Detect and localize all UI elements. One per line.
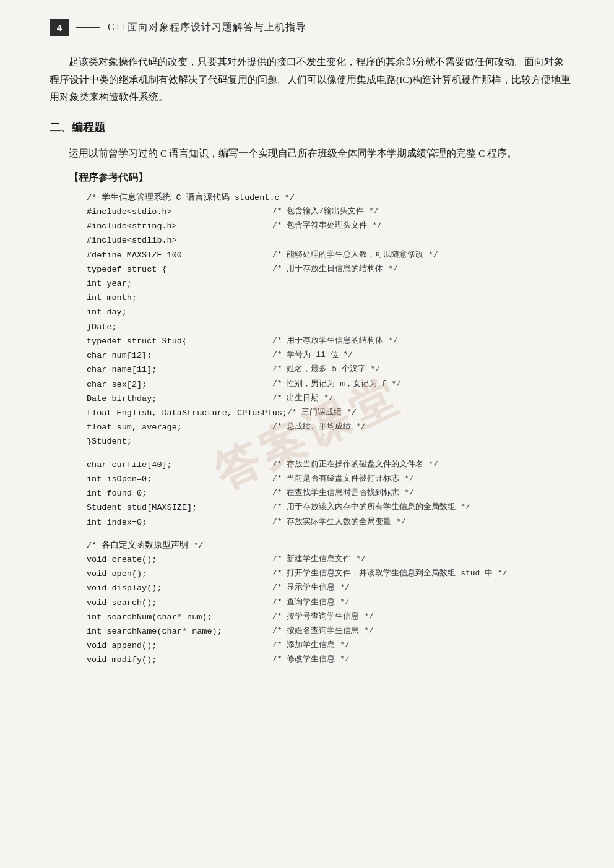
code-line: char sex[2];/* 性别，男记为 m，女记为 f */ (87, 377, 558, 392)
code-comment: /* 包含输入/输出头文件 */ (272, 205, 379, 218)
code-left: #include<string.h> (87, 219, 272, 233)
code-left: int searchName(char* name); (87, 624, 272, 638)
code-line: typedef struct {/* 用于存放生日信息的结构体 */ (87, 262, 558, 277)
code-left: #include<stdio.h> (87, 205, 272, 219)
code-line: void create();/* 新建学生信息文件 */ (87, 552, 558, 567)
section-heading: 二、编程题 (50, 120, 571, 135)
code-line: int searchNum(char* num);/* 按学号查询学生信息 */ (87, 610, 558, 624)
code-empty-line (87, 530, 558, 538)
code-line: }Student; (87, 434, 558, 449)
code-comment: /* 三门课成绩 */ (287, 406, 357, 419)
code-line: int isOpen=0;/* 当前是否有磁盘文件被打开标志 */ (87, 472, 558, 486)
code-left: Date birthday; (87, 392, 272, 406)
header-line (76, 27, 100, 28)
code-comment: /* 存放实际学生人数的全局变量 */ (272, 515, 406, 529)
code-block: /* 学生信息管理系统 C 语言源代码 student.c */#include… (87, 191, 558, 668)
code-line: #include<string.h>/* 包含字符串处理头文件 */ (87, 219, 558, 233)
code-line: char num[12];/* 学号为 11 位 */ (87, 348, 558, 363)
code-comment: /* 学号为 11 位 */ (272, 348, 353, 362)
code-left: int month; (87, 291, 272, 305)
code-left: /* 各自定义函数原型声明 */ (87, 538, 272, 552)
code-left: float sum, average; (87, 420, 272, 434)
code-empty-line (87, 449, 558, 458)
code-comment: /* 查询学生信息 */ (272, 596, 350, 609)
code-line: void search();/* 查询学生信息 */ (87, 596, 558, 610)
intro-paragraph: 起该类对象操作代码的改变，只要其对外提供的接口不发生变化，程序的其余部分就不需要… (50, 53, 571, 106)
code-line: void open();/* 打开学生信息文件，并读取学生信息到全局数组 stu… (87, 567, 558, 581)
code-left: void modify(); (87, 653, 272, 667)
code-left: #include<stdlib.h> (87, 233, 272, 247)
code-comment: /* 存放当前正在操作的磁盘文件的文件名 */ (272, 458, 438, 471)
page-number: 4 (50, 19, 69, 36)
code-comment: /* 包含字符串处理头文件 */ (272, 219, 382, 233)
code-comment: /* 用于存放读入内存中的所有学生信息的全局数组 */ (272, 501, 470, 514)
code-comment: /* 添加学生信息 */ (272, 638, 350, 652)
code-comment: /* 用于存放学生信息的结构体 */ (272, 334, 398, 348)
code-line: void append();/* 添加学生信息 */ (87, 638, 558, 653)
code-line: typedef struct Stud{/* 用于存放学生信息的结构体 */ (87, 334, 558, 348)
code-left: /* 学生信息管理系统 C 语言源代码 student.c */ (87, 191, 295, 205)
code-line: char curFile[40];/* 存放当前正在操作的磁盘文件的文件名 */ (87, 458, 558, 472)
code-left: int searchNum(char* num); (87, 610, 272, 624)
code-left: float English, DataStructure, CPlusPlus; (87, 406, 287, 420)
code-comment: /* 在查找学生信息时是否找到标志 */ (272, 486, 414, 500)
code-line: float sum, average;/* 总成绩、平均成绩 */ (87, 420, 558, 434)
code-comment: /* 能够处理的学生总人数，可以随意修改 */ (272, 248, 438, 262)
code-comment: /* 用于存放生日信息的结构体 */ (272, 262, 398, 276)
code-line: int found=0;/* 在查找学生信息时是否找到标志 */ (87, 486, 558, 501)
code-left: char curFile[40]; (87, 458, 272, 472)
code-comment: /* 姓名，最多 5 个汉字 */ (272, 363, 380, 376)
page: 答案课堂 4 C++面向对象程序设计习题解答与上机指导 起该类对象操作代码的改变… (0, 0, 614, 868)
code-comment: /* 按姓名查询学生信息 */ (272, 624, 374, 638)
code-left: }Date; (87, 320, 272, 334)
code-left: }Student; (87, 434, 272, 449)
code-left: char name[11]; (87, 363, 272, 377)
code-line: /* 各自定义函数原型声明 */ (87, 538, 558, 552)
code-line: #include<stdio.h>/* 包含输入/输出头文件 */ (87, 205, 558, 219)
code-line: }Date; (87, 320, 558, 334)
code-left: int day; (87, 305, 272, 319)
code-line: Date birthday;/* 出生日期 */ (87, 392, 558, 406)
code-left: void display(); (87, 581, 272, 595)
header: 4 C++面向对象程序设计习题解答与上机指导 (50, 19, 571, 36)
code-left: #define MAXSIZE 100 (87, 248, 272, 262)
code-left: int index=0; (87, 515, 272, 530)
code-line: int year; (87, 277, 558, 291)
code-line: int index=0;/* 存放实际学生人数的全局变量 */ (87, 515, 558, 530)
code-line: #include<stdlib.h> (87, 233, 558, 247)
code-left: typedef struct Stud{ (87, 334, 272, 348)
code-left: Student stud[MAXSIZE]; (87, 501, 272, 515)
code-line: Student stud[MAXSIZE];/* 用于存放读入内存中的所有学生信… (87, 501, 558, 515)
code-left: int found=0; (87, 486, 272, 501)
code-comment: /* 新建学生信息文件 */ (272, 552, 366, 566)
code-left: void open(); (87, 567, 272, 581)
code-left: void search(); (87, 596, 272, 610)
code-comment: /* 出生日期 */ (272, 392, 334, 405)
code-line: float English, DataStructure, CPlusPlus;… (87, 406, 558, 420)
ref-heading: 【程序参考代码】 (50, 171, 571, 184)
code-line: int month; (87, 291, 558, 305)
code-comment: /* 按学号查询学生信息 */ (272, 610, 374, 624)
code-comment: /* 总成绩、平均成绩 */ (272, 420, 366, 434)
code-line: int searchName(char* name);/* 按姓名查询学生信息 … (87, 624, 558, 638)
code-comment: /* 修改学生信息 */ (272, 653, 350, 666)
question-paragraph: 运用以前曾学习过的 C 语言知识，编写一个实现自己所在班级全体同学本学期成绩管理… (50, 145, 571, 163)
code-comment: /* 性别，男记为 m，女记为 f */ (272, 377, 401, 391)
code-left: void create(); (87, 552, 272, 567)
code-line: #define MAXSIZE 100/* 能够处理的学生总人数，可以随意修改 … (87, 248, 558, 262)
header-title: C++面向对象程序设计习题解答与上机指导 (108, 21, 306, 34)
code-comment: /* 当前是否有磁盘文件被打开标志 */ (272, 472, 414, 486)
code-line: int day; (87, 305, 558, 319)
code-left: char num[12]; (87, 348, 272, 363)
code-line: void modify();/* 修改学生信息 */ (87, 653, 558, 667)
code-left: typedef struct { (87, 262, 272, 277)
code-comment: /* 打开学生信息文件，并读取学生信息到全局数组 stud 中 */ (272, 567, 508, 580)
code-left: void append(); (87, 638, 272, 653)
code-line: void display();/* 显示学生信息 */ (87, 581, 558, 595)
code-left: int isOpen=0; (87, 472, 272, 486)
code-left: char sex[2]; (87, 377, 272, 392)
code-line: /* 学生信息管理系统 C 语言源代码 student.c */ (87, 191, 558, 205)
code-line: char name[11];/* 姓名，最多 5 个汉字 */ (87, 363, 558, 377)
code-comment: /* 显示学生信息 */ (272, 581, 350, 595)
code-left: int year; (87, 277, 272, 291)
